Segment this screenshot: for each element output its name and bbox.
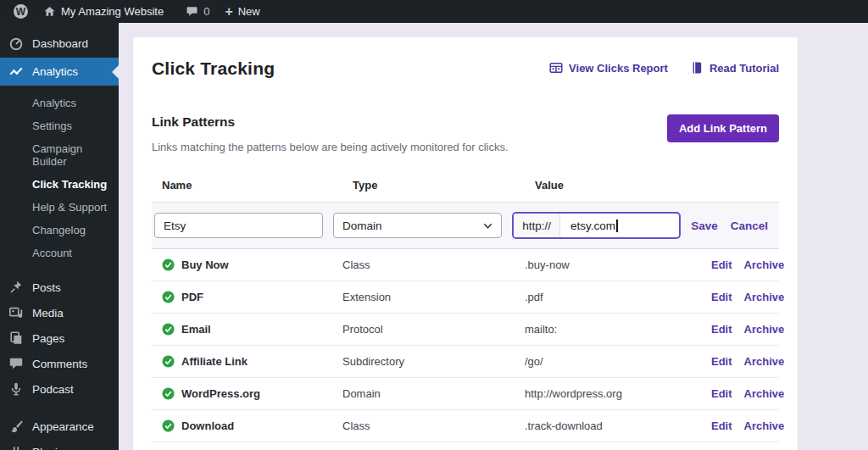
pattern-name: Affiliate Link <box>181 355 248 368</box>
row-actions: Edit Archive <box>711 323 785 336</box>
archive-link[interactable]: Archive <box>744 355 785 368</box>
link-patterns-heading: Link Patterns <box>152 114 509 130</box>
sidebar-label: Analytics <box>32 65 78 78</box>
sidebar-item-posts[interactable]: Posts <box>0 275 119 300</box>
submenu-item-settings[interactable]: Settings <box>0 114 119 137</box>
pattern-row-download: Download Class .track-download Edit Arch… <box>152 410 779 442</box>
sidebar-label: Comments <box>32 358 87 370</box>
view-clicks-report-link[interactable]: View Clicks Report <box>549 61 668 75</box>
link-patterns-description: Links matching the patterns below are be… <box>152 141 509 153</box>
analytics-chart-icon <box>8 64 24 80</box>
report-table-icon <box>549 61 563 75</box>
archive-link[interactable]: Archive <box>744 323 785 336</box>
active-check-icon <box>162 387 175 400</box>
pattern-row-pdf: PDF Extension .pdf Edit Archive <box>152 281 779 314</box>
pattern-name-cell: Download <box>152 419 342 432</box>
microphone-icon <box>8 381 24 397</box>
view-clicks-report-label: View Clicks Report <box>569 62 668 75</box>
sidebar-label: Podcast <box>32 383 74 396</box>
pattern-name-cell: Buy Now <box>152 258 342 271</box>
column-header-value: Value <box>525 179 711 192</box>
pattern-name: PDF <box>181 291 203 303</box>
pattern-type: Class <box>342 258 525 271</box>
submenu-item-help-support[interactable]: Help & Support <box>0 196 119 219</box>
sidebar-item-podcast[interactable]: Podcast <box>0 376 119 402</box>
pattern-row-buy-now: Buy Now Class .buy-now Edit Archive <box>152 249 779 281</box>
pattern-name-cell: PDF <box>152 291 342 303</box>
column-header-actions <box>711 179 779 192</box>
submenu-item-campaign-builder[interactable]: Campaign Builder <box>0 137 119 173</box>
url-value-text: etsy.com <box>560 219 618 232</box>
pattern-edit-row: Domain http:// etsy.com Save Cancel <box>152 203 779 249</box>
sidebar-label: Media <box>32 307 64 319</box>
pattern-value: .track-download <box>525 419 711 432</box>
text-cursor <box>616 219 618 232</box>
sidebar-item-dashboard[interactable]: Dashboard <box>0 30 119 58</box>
active-check-icon <box>162 323 175 336</box>
read-tutorial-label: Read Tutorial <box>709 62 779 75</box>
dashboard-gauge-icon <box>8 36 24 52</box>
site-name-label: My Amazing Website <box>61 5 164 18</box>
sidebar-item-media[interactable]: Media <box>0 300 119 325</box>
archive-link[interactable]: Archive <box>744 419 785 432</box>
admin-bar: W My Amazing Website 0 + New <box>0 0 868 23</box>
sidebar-label: Posts <box>32 281 61 294</box>
media-icon <box>8 305 24 320</box>
active-check-icon <box>162 419 175 432</box>
wordpress-logo-menu[interactable]: W <box>8 0 33 23</box>
pattern-value-input[interactable]: http:// etsy.com <box>512 212 681 239</box>
pattern-name-cell: Email <box>152 323 342 336</box>
sidebar-item-comments[interactable]: Comments <box>0 351 119 376</box>
submenu-item-click-tracking[interactable]: Click Tracking <box>0 173 119 196</box>
link-patterns-section-header: Link Patterns Links matching the pattern… <box>152 114 779 153</box>
pattern-type-selected: Domain <box>342 219 382 232</box>
pattern-row-affiliate-link: Affiliate Link Subdirectory /go/ Edit Ar… <box>152 346 779 378</box>
comments-badge[interactable]: 0 <box>181 0 214 23</box>
pattern-name: Buy Now <box>181 258 229 271</box>
archive-link[interactable]: Archive <box>744 291 785 303</box>
column-header-name: Name <box>152 179 342 192</box>
pin-icon <box>8 280 24 295</box>
submenu-item-changelog[interactable]: Changelog <box>0 219 119 242</box>
edit-link[interactable]: Edit <box>711 419 732 432</box>
submenu-item-analytics[interactable]: Analytics <box>0 92 119 114</box>
edit-link[interactable]: Edit <box>711 258 732 271</box>
wordpress-logo-icon: W <box>14 4 28 19</box>
add-link-pattern-button[interactable]: Add Link Pattern <box>667 114 779 142</box>
comment-count: 0 <box>203 5 209 18</box>
new-content-menu[interactable]: + New <box>220 0 264 23</box>
pattern-name-cell: Affiliate Link <box>152 355 342 368</box>
cancel-button[interactable]: Cancel <box>731 219 768 232</box>
plug-icon <box>8 444 24 450</box>
sidebar-item-pages[interactable]: Pages <box>0 325 119 351</box>
submenu-item-account[interactable]: Account <box>0 242 119 264</box>
edit-link[interactable]: Edit <box>711 291 732 303</box>
pattern-type: Class <box>342 419 525 432</box>
page-title: Click Tracking <box>152 58 275 79</box>
active-check-icon <box>162 258 175 271</box>
pattern-type-select[interactable]: Domain <box>333 213 502 238</box>
edit-link[interactable]: Edit <box>711 355 732 368</box>
admin-sidebar: Dashboard Analytics Analytics Settings C… <box>0 23 119 450</box>
analytics-submenu: Analytics Settings Campaign Builder Clic… <box>0 86 119 275</box>
read-tutorial-link[interactable]: Read Tutorial <box>690 61 779 75</box>
pattern-name-input[interactable] <box>154 213 323 238</box>
sidebar-item-analytics[interactable]: Analytics <box>0 58 119 86</box>
pages-icon <box>8 331 24 346</box>
card-header: Click Tracking View Clicks Report Read T… <box>152 58 779 79</box>
archive-link[interactable]: Archive <box>744 387 785 400</box>
brush-icon <box>8 419 24 434</box>
archive-link[interactable]: Archive <box>744 258 785 271</box>
pattern-value: mailto: <box>525 323 711 336</box>
active-check-icon <box>162 291 175 303</box>
sidebar-label: Dashboard <box>32 37 88 50</box>
url-value: etsy.com <box>570 219 615 232</box>
sidebar-item-plugins[interactable]: Plugins <box>0 439 119 450</box>
edit-link[interactable]: Edit <box>711 387 732 400</box>
save-button[interactable]: Save <box>691 219 718 232</box>
pattern-type: Protocol <box>342 323 525 336</box>
click-tracking-card: Click Tracking View Clicks Report Read T… <box>133 37 798 450</box>
edit-link[interactable]: Edit <box>711 323 732 336</box>
site-name-link[interactable]: My Amazing Website <box>38 0 169 23</box>
sidebar-item-appearance[interactable]: Appearance <box>0 414 119 439</box>
